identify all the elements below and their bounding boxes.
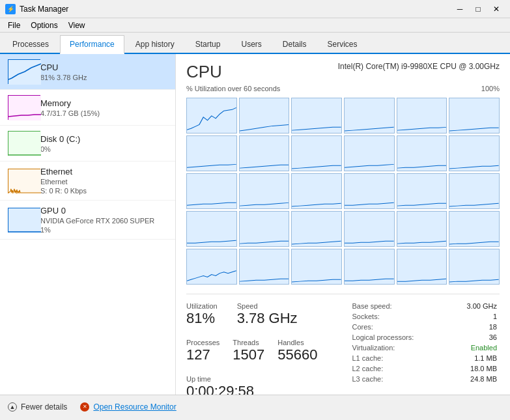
virt-value: Enabled [471,344,497,352]
handles-label: Handles [277,339,317,346]
sockets-value: 1 [493,313,497,320]
cpu-sidebar-text: CPU 81% 3.78 GHz [40,63,87,81]
cpu-cell-22 [344,211,395,247]
speed-stat: Speed 3.78 GHz [237,302,298,327]
ethernet-label: Ethernet [40,167,87,176]
memory-mini-graph [8,95,40,120]
sidebar-item-disk[interactable]: Disk 0 (C:) 0% [0,126,175,161]
utilization-label: % Utilization over 60 seconds [186,85,280,92]
svg-rect-19 [292,174,341,208]
tab-app-history[interactable]: App history [126,35,184,53]
gpu-sidebar-text: GPU 0 NVIDIA GeForce RTX 2060 SUPER 1% [40,206,154,234]
main-content: CPU 81% 3.78 GHz Memory 4.7/31.7 GB (15%… [0,54,510,395]
disk-mini-graph [8,131,40,156]
virt-label: Virtualization: [352,344,395,352]
bottom-bar: ▲ Fewer details ✕ Open Resource Monitor [0,395,510,418]
app-title: Task Manager [20,5,68,14]
tab-services[interactable]: Services [318,35,367,53]
chevron-up-icon: ▲ [8,402,17,412]
svg-rect-33 [397,249,447,284]
detail-l1: L1 cache: 1.1 MB [350,354,500,362]
menu-file[interactable]: File [3,20,25,31]
minimize-button[interactable]: ─ [451,3,468,16]
title-bar-controls: ─ □ ✕ [451,3,505,16]
tab-users[interactable]: Users [231,35,271,53]
grid-header: % Utilization over 60 seconds 100% [186,85,500,95]
tab-bar: Processes Performance App history Startu… [0,33,510,54]
cpu-cell-18 [449,173,500,209]
cpu-cell-28 [344,249,395,285]
cpu-cell-13 [186,173,237,209]
cpu-cell-12 [449,135,500,171]
menu-options[interactable]: Options [25,20,63,31]
base-speed-value: 3.00 GHz [467,302,497,310]
disk-sidebar-text: Disk 0 (C:) 0% [40,134,80,153]
utilization-stat-value: 81% [186,310,218,327]
cpu-cell-24 [449,211,500,247]
menu-view[interactable]: View [63,20,91,31]
utilization-stat: Utilization 81% [186,302,218,327]
cpu-cell-3 [291,98,342,133]
sidebar-item-gpu[interactable]: GPU 0 NVIDIA GeForce RTX 2060 SUPER 1% [0,201,175,240]
svg-rect-2 [8,132,41,156]
cpu-cell-1 [186,98,237,133]
menu-bar: File Options View [0,18,510,33]
l3-label: L3 cache: [352,375,384,383]
cpu-cell-4 [344,98,395,133]
uptime-value: 0:00:29:58 [186,383,337,395]
utilization-stat-label: Utilization [186,302,218,310]
l2-label: L2 cache: [352,365,384,372]
open-resource-monitor-button[interactable]: ✕ Open Resource Monitor [80,402,176,412]
memory-stats: 4.7/31.7 GB (15%) [40,109,100,117]
fewer-details-button[interactable]: ▲ Fewer details [8,402,67,412]
cpu-cell-15 [291,173,342,209]
cpu-cell-27 [291,249,342,285]
cpu-cell-16 [344,173,395,209]
svg-rect-4 [8,208,41,233]
cpu-cell-8 [239,135,290,171]
ethernet-stats2: S: 0 R: 0 Kbps [40,187,87,195]
tab-performance[interactable]: Performance [60,35,124,54]
threads-value: 1507 [233,346,264,363]
title-bar-left: ⚡ Task Manager [5,4,68,14]
svg-rect-28 [449,212,499,246]
l1-value: 1.1 MB [474,354,497,362]
title-bar: ⚡ Task Manager ─ □ ✕ [0,0,510,18]
tab-details[interactable]: Details [273,35,317,53]
fewer-details-label: Fewer details [21,402,67,412]
sidebar-item-ethernet[interactable]: Ethernet Ethernet S: 0 R: 0 Kbps [0,161,175,201]
cpu-cell-9 [291,135,342,171]
svg-rect-0 [8,60,41,85]
tab-processes[interactable]: Processes [3,35,59,53]
tab-startup[interactable]: Startup [186,35,231,53]
sidebar-item-cpu[interactable]: CPU 81% 3.78 GHz [0,54,175,90]
stats-section: Utilization 81% Speed 3.78 GHz Processes… [186,294,500,395]
cpu-label: CPU [40,63,87,72]
cpu-cell-23 [397,211,447,247]
disk-label: Disk 0 (C:) [40,134,80,144]
close-button[interactable]: ✕ [488,3,505,16]
sidebar-item-memory[interactable]: Memory 4.7/31.7 GB (15%) [0,90,175,126]
cpu-cell-30 [449,249,500,285]
logical-value: 36 [489,333,497,341]
svg-rect-31 [292,249,341,284]
resource-monitor-icon: ✕ [80,402,89,412]
open-monitor-label: Open Resource Monitor [93,402,176,412]
cpu-grid [186,98,500,285]
gpu-stats2: 1% [40,226,154,234]
maximize-button[interactable]: □ [470,3,487,16]
cpu-cell-21 [291,211,342,247]
svg-rect-16 [449,136,499,171]
svg-rect-34 [449,249,499,284]
detail-base-speed: Base speed: 3.00 GHz [350,302,500,310]
stats-right: Base speed: 3.00 GHz Sockets: 1 Cores: 1… [350,302,500,395]
cpu-cell-29 [397,249,447,285]
threads-label: Threads [233,339,264,346]
processes-stat: Processes 127 [186,339,220,363]
handles-value: 55660 [277,346,317,363]
threads-stat: Threads 1507 [233,339,264,363]
l2-value: 18.0 MB [470,365,497,372]
ethernet-mini-graph [8,169,40,193]
detail-l2: L2 cache: 18.0 MB [350,365,500,372]
uptime-stat: Up time 0:00:29:58 [186,375,337,395]
